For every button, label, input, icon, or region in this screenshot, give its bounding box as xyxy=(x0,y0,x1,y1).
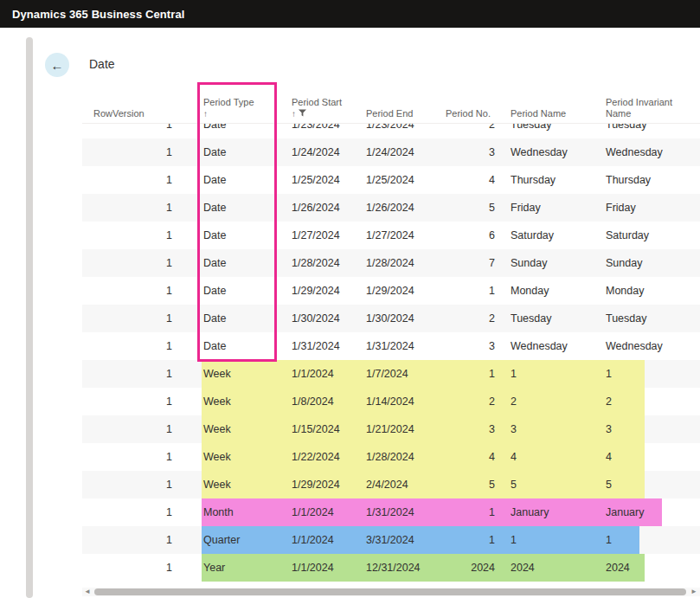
table-row[interactable]: 1 Week 1/29/2024 2/4/2024 5 5 5 xyxy=(82,471,700,498)
cell-rowversion: 1 xyxy=(82,415,177,443)
column-header-period-invariant-name[interactable]: Period Invariant Name xyxy=(606,97,684,119)
cell-spacer xyxy=(177,305,202,332)
cell-period-invariant-name: 4 xyxy=(606,443,684,471)
filter-icon xyxy=(299,108,306,119)
cell-period-start: 1/8/2024 xyxy=(292,388,366,415)
cell-period-end: 1/25/2024 xyxy=(366,166,446,194)
cell-period-end: 1/24/2024 xyxy=(366,138,446,166)
cell-period-type: Quarter xyxy=(202,526,292,554)
cell-period-end: 1/29/2024 xyxy=(366,277,446,305)
left-scrollbar[interactable] xyxy=(26,37,33,598)
cell-spacer xyxy=(177,360,202,388)
back-button[interactable]: ← xyxy=(45,53,69,77)
cell-spacer xyxy=(177,166,202,194)
cell-period-no: 1 xyxy=(446,526,495,554)
cell-spacer xyxy=(177,332,202,360)
cell-rowversion: 1 xyxy=(82,388,177,415)
column-label: Period No. xyxy=(446,108,495,119)
column-header-period-name[interactable]: Period Name xyxy=(495,108,606,119)
cell-period-no: 5 xyxy=(446,194,495,222)
cell-spacer xyxy=(177,222,202,249)
cell-period-start: 1/1/2024 xyxy=(292,526,366,554)
cell-period-start: 1/1/2024 xyxy=(292,360,366,388)
column-label: Period Start xyxy=(292,97,366,108)
cell-period-start: 1/26/2024 xyxy=(292,194,366,222)
table-row[interactable]: 1 Date 1/28/2024 1/28/2024 7 Sunday Sund… xyxy=(82,249,700,277)
cell-period-invariant-name: 2024 xyxy=(606,554,684,582)
cell-period-invariant-name: Wednesday xyxy=(606,138,684,166)
cell-period-invariant-name: 1 xyxy=(606,360,684,388)
table-row[interactable]: 1 Week 1/15/2024 1/21/2024 3 3 3 xyxy=(82,415,700,443)
cell-period-no: 4 xyxy=(446,443,495,471)
cell-period-no: 2 xyxy=(446,388,495,415)
scroll-left-icon[interactable]: ◄ xyxy=(84,588,91,596)
column-header-period-type[interactable]: Period Type ↑ xyxy=(202,97,292,119)
cell-period-end: 1/28/2024 xyxy=(366,443,446,471)
horizontal-scrollbar[interactable]: ◄ ► xyxy=(82,588,700,596)
cell-period-invariant-name: Tuesday xyxy=(606,305,684,332)
cell-spacer xyxy=(177,471,202,498)
column-header-period-end[interactable]: Period End xyxy=(366,108,446,119)
table-row[interactable]: 1 Month 1/1/2024 1/31/2024 1 January Jan… xyxy=(82,498,700,526)
cell-rowversion: 1 xyxy=(82,526,177,554)
cell-period-invariant-name: Saturday xyxy=(606,222,684,249)
scrollbar-thumb[interactable] xyxy=(94,588,686,595)
table-row[interactable]: 1 Week 1/22/2024 1/28/2024 4 4 4 xyxy=(82,443,700,471)
column-label: RowVersion xyxy=(93,108,177,119)
cell-period-no: 2 xyxy=(446,124,495,138)
table-row[interactable]: 1 Week 1/1/2024 1/7/2024 1 1 1 xyxy=(82,360,700,388)
table-row[interactable]: 1 Date 1/24/2024 1/24/2024 3 Wednesday W… xyxy=(82,138,700,166)
table-row[interactable]: 1 Date 1/29/2024 1/29/2024 1 Monday Mond… xyxy=(82,277,700,305)
table-row-partially-scrolled[interactable]: 1 Date 1/23/2024 1/23/2024 2 Tuesday Tue… xyxy=(82,124,700,138)
cell-period-invariant-name: 2 xyxy=(606,388,684,415)
table-body: 1 Date 1/24/2024 1/24/2024 3 Wednesday W… xyxy=(82,138,700,582)
sort-ascending-icon: ↑ xyxy=(292,108,296,119)
cell-rowversion: 1 xyxy=(82,360,177,388)
column-header-rowversion[interactable]: RowVersion xyxy=(82,108,177,119)
cell-period-type: Year xyxy=(202,554,292,582)
cell-period-no: 6 xyxy=(446,222,495,249)
table-row[interactable]: 1 Date 1/31/2024 1/31/2024 3 Wednesday W… xyxy=(82,332,700,360)
cell-period-name: Saturday xyxy=(495,222,606,249)
cell-period-type: Date xyxy=(202,124,292,138)
table-row[interactable]: 1 Week 1/8/2024 1/14/2024 2 2 2 xyxy=(82,388,700,415)
column-header-period-start[interactable]: Period Start ↑ xyxy=(292,97,366,119)
cell-rowversion: 1 xyxy=(82,471,177,498)
cell-rowversion: 1 xyxy=(82,222,177,249)
cell-rowversion: 1 xyxy=(82,249,177,277)
cell-period-no: 2024 xyxy=(446,554,495,582)
cell-period-end: 12/31/2024 xyxy=(366,554,446,582)
app-title: Dynamics 365 Business Central xyxy=(12,8,184,21)
table-row[interactable]: 1 Date 1/25/2024 1/25/2024 4 Thursday Th… xyxy=(82,166,700,194)
cell-period-type: Week xyxy=(202,388,292,415)
cell-period-no: 4 xyxy=(446,166,495,194)
table-row[interactable]: 1 Date 1/26/2024 1/26/2024 5 Friday Frid… xyxy=(82,194,700,222)
scroll-right-icon[interactable]: ► xyxy=(690,588,697,596)
cell-period-type: Date xyxy=(202,138,292,166)
cell-period-invariant-name: Wednesday xyxy=(606,332,684,360)
cell-period-start: 1/1/2024 xyxy=(292,554,366,582)
table-row[interactable]: 1 Quarter 1/1/2024 3/31/2024 1 1 1 xyxy=(82,526,700,554)
cell-period-type: Week xyxy=(202,443,292,471)
cell-period-no: 3 xyxy=(446,138,495,166)
cell-period-start: 1/1/2024 xyxy=(292,498,366,526)
cell-period-invariant-name: Tuesday xyxy=(606,124,684,138)
cell-period-type: Date xyxy=(202,222,292,249)
cell-period-name: Tuesday xyxy=(495,124,606,138)
cell-period-start: 1/29/2024 xyxy=(292,471,366,498)
cell-rowversion: 1 xyxy=(82,138,177,166)
table-row[interactable]: 1 Year 1/1/2024 12/31/2024 2024 2024 202… xyxy=(82,554,700,582)
cell-period-start: 1/31/2024 xyxy=(292,332,366,360)
cell-period-end: 1/26/2024 xyxy=(366,194,446,222)
table-row[interactable]: 1 Date 1/27/2024 1/27/2024 6 Saturday Sa… xyxy=(82,222,700,249)
table-row[interactable]: 1 Date 1/30/2024 1/30/2024 2 Tuesday Tue… xyxy=(82,305,700,332)
cell-period-start: 1/29/2024 xyxy=(292,277,366,305)
cell-period-invariant-name: 5 xyxy=(606,471,684,498)
cell-period-no: 1 xyxy=(446,498,495,526)
cell-spacer xyxy=(177,388,202,415)
cell-period-name: Friday xyxy=(495,194,606,222)
cell-period-name: 4 xyxy=(495,443,606,471)
cell-period-start: 1/28/2024 xyxy=(292,249,366,277)
cell-rowversion: 1 xyxy=(82,332,177,360)
column-header-period-no[interactable]: Period No. xyxy=(446,108,495,119)
